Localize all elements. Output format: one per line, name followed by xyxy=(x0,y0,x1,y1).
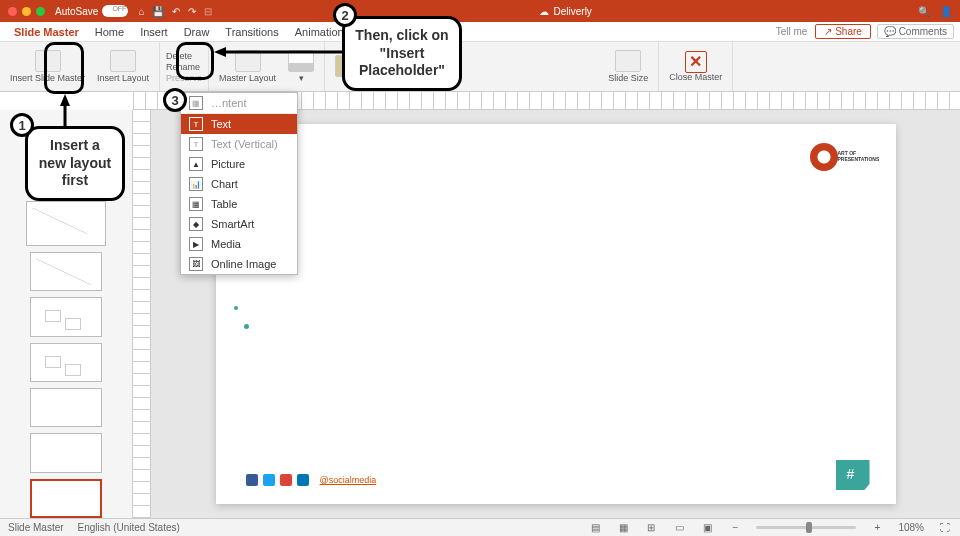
menu-item-online-image[interactable]: 🖼Online Image xyxy=(181,254,297,274)
annotation-badge-2: 2 xyxy=(333,3,357,27)
handle-dot xyxy=(234,306,238,310)
handle-dot xyxy=(244,324,249,329)
thumb-layout[interactable] xyxy=(30,433,102,472)
thumb-master[interactable] xyxy=(26,201,106,246)
search-icon[interactable]: 🔍 xyxy=(918,6,930,17)
twitter-icon xyxy=(263,474,275,486)
thumb-layout-selected[interactable] xyxy=(30,479,102,518)
window-zoom[interactable] xyxy=(36,7,45,16)
notes-button[interactable]: ▤ xyxy=(588,522,602,533)
ruler-vertical xyxy=(133,110,151,518)
menu-item-picture[interactable]: ▲Picture xyxy=(181,154,297,174)
zoom-in-button[interactable]: + xyxy=(870,522,884,533)
annotation-callout-1: Insert a new layout first xyxy=(25,126,125,201)
save-icon[interactable]: 💾 xyxy=(152,6,164,17)
menu-item-text[interactable]: TText xyxy=(181,114,297,134)
annotation-arrow xyxy=(214,46,344,58)
zoom-out-button[interactable]: − xyxy=(728,522,742,533)
thumb-layout[interactable] xyxy=(30,297,102,336)
tab-slide-master[interactable]: Slide Master xyxy=(6,24,87,40)
annotation-callout-2: Then, click on"InsertPlaceholder" xyxy=(342,16,462,91)
tell-me[interactable]: Tell me xyxy=(776,26,808,37)
undo-icon[interactable]: ↶ xyxy=(172,6,180,17)
redo-icon[interactable]: ↷ xyxy=(188,6,196,17)
zoom-slider[interactable] xyxy=(756,526,856,529)
tab-home[interactable]: Home xyxy=(87,24,132,40)
menu-item-table[interactable]: ▦Table xyxy=(181,194,297,214)
logo-placeholder: ART OF PRESENTATIONS xyxy=(814,142,866,172)
menu-item-content[interactable]: ▦…ntent xyxy=(181,93,297,114)
cloud-icon: ☁ xyxy=(539,6,549,17)
annotation-arrow xyxy=(58,94,72,128)
normal-view-button[interactable]: ▦ xyxy=(616,522,630,533)
reading-view-button[interactable]: ▭ xyxy=(672,522,686,533)
menu-item-smartart[interactable]: ◆SmartArt xyxy=(181,214,297,234)
sorter-view-button[interactable]: ⊞ xyxy=(644,522,658,533)
insert-placeholder-menu[interactable]: ▦…ntent TText TText (Vertical) ▲Picture … xyxy=(180,92,298,275)
annotation-highlight-insert-placeholder xyxy=(176,42,214,80)
menu-item-text-vertical[interactable]: TText (Vertical) xyxy=(181,134,297,154)
annotation-badge-1: 1 xyxy=(10,113,34,137)
comments-button[interactable]: 💬 Comments xyxy=(877,24,954,39)
google-plus-icon xyxy=(280,474,292,486)
fit-to-window-button[interactable]: ⛶ xyxy=(938,522,952,533)
autosave-toggle[interactable]: AutoSave xyxy=(55,5,128,17)
close-master-button[interactable]: ✕Close Master xyxy=(665,49,726,85)
insert-layout-button[interactable]: Insert Layout xyxy=(93,48,153,86)
menu-item-chart[interactable]: 📊Chart xyxy=(181,174,297,194)
slideshow-button[interactable]: ▣ xyxy=(700,522,714,533)
window-minimize[interactable] xyxy=(22,7,31,16)
tab-transitions[interactable]: Transitions xyxy=(217,24,286,40)
account-icon[interactable]: 👤 xyxy=(940,6,952,17)
share-button[interactable]: ↗ Share xyxy=(815,24,870,39)
tab-insert[interactable]: Insert xyxy=(132,24,176,40)
zoom-level[interactable]: 108% xyxy=(898,522,924,533)
thumb-layout[interactable] xyxy=(30,388,102,427)
svg-marker-3 xyxy=(60,94,70,106)
window-close[interactable] xyxy=(8,7,17,16)
autosave-label: AutoSave xyxy=(55,6,98,17)
slide-number-placeholder xyxy=(836,460,870,490)
qa-icon[interactable]: ⊟ xyxy=(204,6,212,17)
thumb-layout[interactable] xyxy=(30,252,102,291)
annotation-badge-3: 3 xyxy=(163,88,187,112)
status-language[interactable]: English (United States) xyxy=(78,522,180,533)
thumb-layout[interactable] xyxy=(30,343,102,382)
home-icon[interactable]: ⌂ xyxy=(138,6,144,17)
document-title: Deliverly xyxy=(554,6,592,17)
menu-item-media[interactable]: ▶Media xyxy=(181,234,297,254)
social-handle: @socialmedia xyxy=(320,475,377,485)
linkedin-icon xyxy=(297,474,309,486)
status-mode: Slide Master xyxy=(8,522,64,533)
svg-marker-1 xyxy=(214,47,226,57)
facebook-icon xyxy=(246,474,258,486)
annotation-highlight-insert-layout xyxy=(44,42,84,94)
tab-draw[interactable]: Draw xyxy=(176,24,218,40)
slide-canvas[interactable]: ART OF PRESENTATIONS @socialmedia xyxy=(216,124,896,504)
slide-size-button[interactable]: Slide Size xyxy=(604,48,652,86)
